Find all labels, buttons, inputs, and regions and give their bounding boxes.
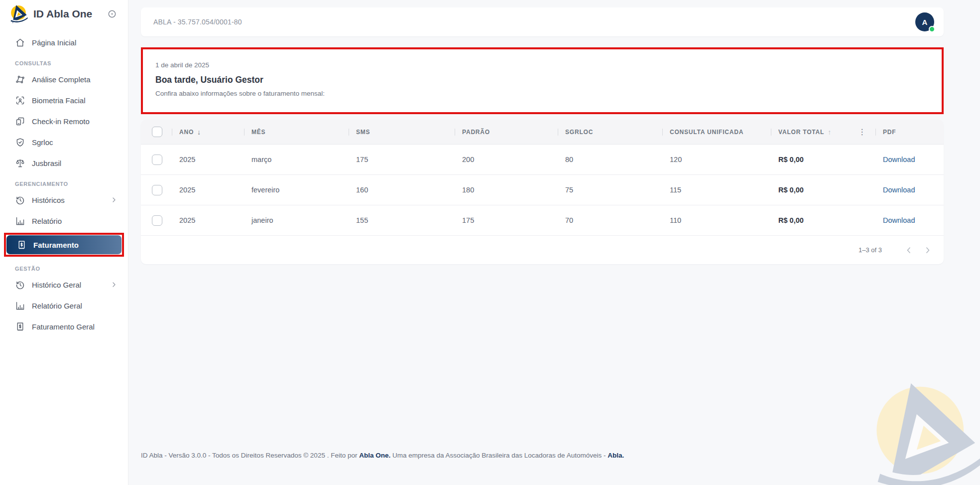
footer-text: ID Abla - Versão 3.0.0 - Todos os Direit… (141, 452, 624, 459)
cell-consulta-unificada: 115 (662, 186, 771, 194)
scales-icon (15, 158, 25, 168)
app-title: ID Abla One (33, 8, 107, 20)
greeting-date: 1 de abril de 2025 (155, 61, 929, 69)
topbar: ABLA - 35.757.054/0001-80 A (141, 7, 944, 36)
sidebar-header: ID Abla One (0, 0, 128, 28)
table-pagination: 1–3 of 3 (141, 236, 944, 264)
column-menu-icon[interactable]: ⋮ (858, 127, 866, 137)
invoice-receipt-icon (15, 322, 25, 332)
bar-chart-icon (15, 301, 25, 311)
column-header-valor-total[interactable]: VALOR TOTAL↑⋮ (771, 120, 875, 144)
sidebar-section-gestao: GESTÃO (0, 258, 128, 274)
table-row: 2025 fevereiro 160 180 75 115 R$ 0,00 Do… (141, 175, 944, 205)
table-row: 2025 março 175 200 80 120 R$ 0,00 Downlo… (141, 145, 944, 175)
face-scan-icon (15, 95, 25, 106)
column-header-pdf[interactable]: PDF (875, 120, 944, 144)
previous-page-icon[interactable] (904, 245, 914, 255)
cell-sms: 155 (349, 216, 455, 224)
sidebar-item-label: Biometria Facial (32, 96, 86, 105)
sidebar-item-label: Sgrloc (32, 138, 53, 147)
billing-table: ANO↓ MÊS SMS PADRÃO SGRLOC CONSULTA UNIF… (141, 120, 944, 264)
sidebar-item-historicos[interactable]: Históricos (0, 189, 128, 210)
cell-sms: 175 (349, 156, 455, 163)
sidebar-item-sgrloc[interactable]: Sgrloc (0, 132, 128, 153)
greeting-title: Boa tarde, Usuário Gestor (155, 75, 929, 85)
sidebar-item-biometria-facial[interactable]: Biometria Facial (0, 90, 128, 111)
sidebar-item-label: Jusbrasil (32, 159, 61, 167)
cell-ano: 2025 (172, 186, 244, 194)
chevron-right-icon (110, 196, 118, 204)
row-checkbox[interactable] (152, 155, 162, 165)
cell-mes: janeiro (244, 216, 349, 224)
next-page-icon[interactable] (923, 245, 933, 255)
sort-desc-icon: ↓ (197, 128, 201, 136)
column-header-sms[interactable]: SMS (349, 120, 455, 144)
sidebar-item-relatorio-geral[interactable]: Relatório Geral (0, 295, 128, 316)
footer-link-abla-one[interactable]: Abla One. (359, 452, 390, 459)
abla-watermark-logo (867, 380, 980, 485)
history-icon (15, 280, 25, 290)
main-area: ABLA - 35.757.054/0001-80 A 1 de abril d… (128, 0, 980, 485)
sidebar-item-label: Página Inicial (32, 38, 76, 47)
invoice-receipt-icon (16, 240, 27, 250)
sidebar-item-historico-geral[interactable]: Histórico Geral (0, 274, 128, 295)
column-header-consulta-unificada[interactable]: CONSULTA UNIFICADA (662, 120, 771, 144)
row-checkbox[interactable] (152, 215, 162, 226)
select-all-checkbox[interactable] (152, 127, 162, 137)
sidebar-nav: Página Inicial CONSULTAS Análise Complet… (0, 28, 128, 337)
remote-checkin-icon (15, 116, 25, 127)
sidebar-item-label: Histórico Geral (32, 281, 81, 289)
sidebar-item-label: Check-in Remoto (32, 117, 90, 126)
sort-asc-icon: ↑ (828, 128, 832, 136)
sidebar-item-faturamento-geral[interactable]: Faturamento Geral (0, 316, 128, 337)
app-window: ID Abla One Página Inicial CONSULTAS Aná… (0, 0, 980, 485)
download-link[interactable]: Download (883, 216, 915, 224)
company-selector[interactable]: ABLA - 35.757.054/0001-80 (153, 18, 915, 26)
cell-sms: 160 (349, 186, 455, 194)
column-header-ano[interactable]: ANO↓ (172, 120, 244, 144)
abla-logo-icon (9, 4, 28, 23)
pagination-range-label: 1–3 of 3 (858, 246, 882, 254)
sidebar-collapse-icon[interactable] (107, 9, 117, 19)
footer-link-abla[interactable]: Abla. (608, 452, 624, 459)
sidebar-item-relatorio[interactable]: Relatório (0, 210, 128, 231)
cell-sgrloc: 80 (558, 156, 662, 163)
bar-chart-icon (15, 216, 25, 226)
table-body: 2025 março 175 200 80 120 R$ 0,00 Downlo… (141, 145, 944, 236)
cell-ano: 2025 (172, 156, 244, 163)
online-status-dot (929, 26, 935, 32)
greeting-card: 1 de abril de 2025 Boa tarde, Usuário Ge… (143, 49, 942, 112)
sidebar-section-consultas: CONSULTAS (0, 53, 128, 69)
cell-padrao: 200 (455, 156, 558, 163)
home-icon (15, 37, 25, 48)
cell-padrao: 175 (455, 216, 558, 224)
sidebar-item-analise-completa[interactable]: Análise Completa (0, 69, 128, 90)
shield-check-icon (15, 137, 25, 148)
cell-sgrloc: 70 (558, 216, 662, 224)
sidebar-item-label: Faturamento Geral (32, 323, 95, 331)
chevron-right-icon (110, 281, 118, 289)
cell-consulta-unificada: 110 (662, 216, 771, 224)
cell-valor-total: R$ 0,00 (771, 186, 875, 194)
column-header-sgrloc[interactable]: SGRLOC (558, 120, 662, 144)
sidebar-item-label: Relatório (32, 217, 62, 225)
user-avatar[interactable]: A (915, 12, 934, 31)
sidebar-item-pagina-inicial[interactable]: Página Inicial (0, 32, 128, 53)
column-header-mes[interactable]: MÊS (244, 120, 349, 144)
annotation-box-greeting: 1 de abril de 2025 Boa tarde, Usuário Ge… (141, 47, 944, 114)
column-header-padrao[interactable]: PADRÃO (455, 120, 558, 144)
sidebar-section-gerenciamento: GERENCIAMENTO (0, 173, 128, 189)
sidebar-item-label: Históricos (32, 196, 65, 204)
sidebar-item-checkin-remoto[interactable]: Check-in Remoto (0, 111, 128, 132)
cell-mes: fevereiro (244, 186, 349, 194)
sidebar-item-jusbrasil[interactable]: Jusbrasil (0, 153, 128, 173)
cell-mes: março (244, 156, 349, 163)
row-checkbox[interactable] (152, 185, 162, 195)
cell-ano: 2025 (172, 216, 244, 224)
download-link[interactable]: Download (883, 186, 915, 194)
download-link[interactable]: Download (883, 156, 915, 163)
sidebar-item-label: Análise Completa (32, 75, 91, 84)
cell-padrao: 180 (455, 186, 558, 194)
cell-consulta-unificada: 120 (662, 156, 771, 163)
sidebar-item-faturamento[interactable]: Faturamento (6, 235, 122, 254)
